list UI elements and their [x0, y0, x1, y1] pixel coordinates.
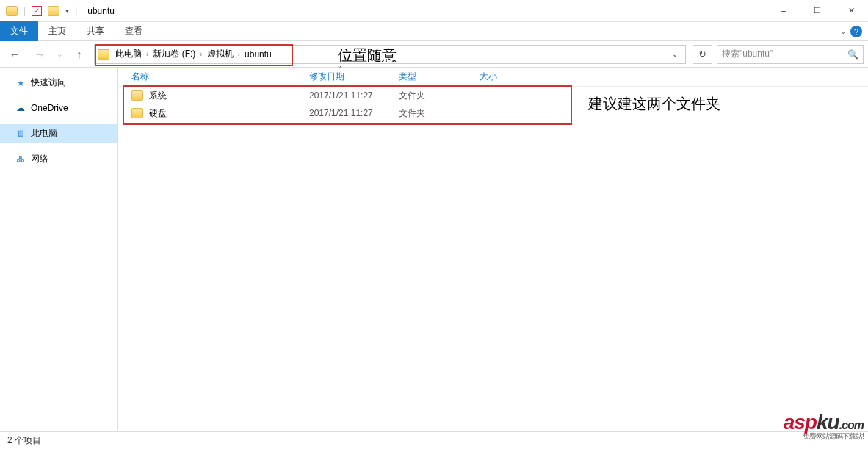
content-area: ˄ 名称 修改日期 类型 大小 系统 2017/1/21 11:27 文件夹 硬…: [118, 68, 868, 430]
sidebar: ★ 快速访问 ☁ OneDrive 🖥 此电脑 🖧 网络: [0, 68, 118, 430]
file-list: 系统 2017/1/21 11:27 文件夹 硬盘 2017/1/21 11:2…: [118, 87, 868, 122]
tab-view[interactable]: 查看: [115, 21, 153, 41]
window-title: ubuntu: [83, 6, 115, 16]
file-type: 文件夹: [399, 107, 480, 120]
column-headers: 名称 修改日期 类型 大小: [118, 68, 868, 87]
breadcrumb-part[interactable]: 虚拟机: [206, 48, 235, 60]
folder-icon: [131, 90, 143, 101]
star-icon: ★: [15, 77, 26, 89]
tab-share[interactable]: 共享: [76, 21, 115, 41]
ribbon-expand-icon[interactable]: ⌄: [840, 27, 846, 35]
quick-access-toolbar: | ✓ ▾ |: [0, 6, 83, 16]
refresh-button[interactable]: ↻: [693, 45, 712, 64]
column-header-date[interactable]: 修改日期: [309, 71, 399, 83]
folder-icon: [131, 108, 143, 118]
list-item[interactable]: 硬盘 2017/1/21 11:27 文件夹: [118, 104, 868, 122]
help-icon[interactable]: ?: [850, 26, 862, 37]
search-icon[interactable]: 🔍: [847, 49, 858, 60]
minimize-button[interactable]: ─: [767, 0, 800, 22]
breadcrumb-part[interactable]: 新加卷 (F:): [151, 48, 197, 60]
close-button[interactable]: ✕: [834, 0, 868, 22]
divider: |: [75, 6, 77, 16]
watermark: aspku.com 免费网站源码下载站!: [784, 411, 864, 442]
breadcrumb-part[interactable]: ubuntu: [243, 49, 273, 60]
chevron-right-icon[interactable]: ›: [143, 50, 151, 58]
cloud-icon: ☁: [15, 102, 26, 114]
chevron-right-icon[interactable]: ›: [235, 50, 243, 58]
breadcrumb: 此电脑› 新加卷 (F:)› 虚拟机› ubuntu: [114, 48, 273, 60]
sort-indicator-icon: ˄: [339, 65, 342, 73]
sidebar-item-onedrive[interactable]: ☁ OneDrive: [0, 99, 117, 117]
divider: |: [23, 6, 26, 16]
network-icon: 🖧: [15, 154, 26, 165]
chevron-right-icon[interactable]: ›: [197, 50, 205, 58]
watermark-ku: ku: [817, 411, 839, 434]
body: ★ 快速访问 ☁ OneDrive 🖥 此电脑 🖧 网络 ˄ 名称 修改日期 类…: [0, 68, 868, 430]
list-item[interactable]: 系统 2017/1/21 11:27 文件夹: [118, 87, 868, 104]
window-controls: ─ ☐ ✕: [767, 0, 868, 22]
search-placeholder: 搜索"ubuntu": [722, 48, 773, 60]
up-button[interactable]: ↑: [69, 45, 90, 64]
sidebar-item-label: OneDrive: [31, 103, 68, 113]
status-item-count: 2 个项目: [7, 434, 41, 447]
annotation-text: 建议建这两个文件夹: [588, 94, 720, 114]
watermark-com: .com: [839, 419, 864, 431]
sidebar-item-this-pc[interactable]: 🖥 此电脑: [0, 124, 117, 143]
breadcrumb-part[interactable]: 此电脑: [114, 48, 143, 60]
folder-icon[interactable]: [6, 6, 18, 16]
status-bar: 2 个项目: [0, 431, 868, 449]
column-header-size[interactable]: 大小: [480, 71, 538, 83]
forward-button[interactable]: →: [29, 45, 50, 64]
qat-dropdown-icon[interactable]: ▾: [65, 7, 69, 15]
computer-icon: 🖥: [15, 128, 26, 140]
tab-home[interactable]: 主页: [38, 21, 76, 41]
tab-file[interactable]: 文件: [0, 21, 38, 41]
recent-dropdown-icon[interactable]: ⌄: [54, 45, 65, 64]
sidebar-item-network[interactable]: 🖧 网络: [0, 150, 117, 168]
sidebar-item-quick-access[interactable]: ★ 快速访问: [0, 73, 117, 92]
file-date: 2017/1/21 11:27: [309, 90, 399, 101]
properties-icon[interactable]: ✓: [32, 6, 42, 16]
sidebar-item-label: 快速访问: [31, 76, 66, 89]
file-name: 硬盘: [149, 107, 309, 120]
address-dropdown-icon[interactable]: ⌄: [668, 50, 682, 58]
file-date: 2017/1/21 11:27: [309, 108, 399, 118]
folder-icon: [98, 49, 109, 60]
sidebar-item-label: 此电脑: [31, 127, 57, 140]
navbar: ← → ⌄ ↑ 此电脑› 新加卷 (F:)› 虚拟机› ubuntu ⌄ ↻ 搜…: [0, 41, 868, 68]
ribbon-tabs: 文件 主页 共享 查看 ⌄ ?: [0, 22, 868, 41]
annotation-text: 位置随意: [338, 46, 397, 65]
column-header-name[interactable]: 名称: [118, 71, 309, 83]
column-header-type[interactable]: 类型: [399, 71, 480, 83]
back-button[interactable]: ←: [4, 45, 25, 64]
file-name: 系统: [149, 90, 309, 102]
watermark-asp: asp: [784, 411, 817, 434]
titlebar: | ✓ ▾ | ubuntu ─ ☐ ✕: [0, 0, 868, 22]
maximize-button[interactable]: ☐: [800, 0, 834, 22]
file-type: 文件夹: [399, 90, 480, 102]
search-input[interactable]: 搜索"ubuntu" 🔍: [717, 45, 864, 64]
new-folder-icon[interactable]: [48, 6, 59, 16]
sidebar-item-label: 网络: [31, 153, 48, 165]
